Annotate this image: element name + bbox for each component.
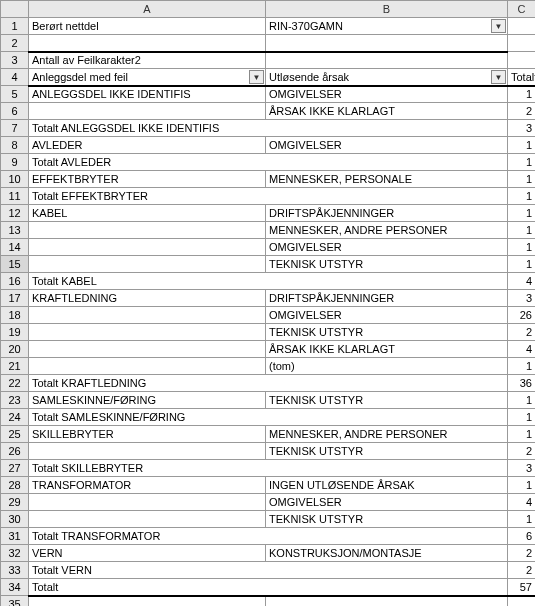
cell-A35[interactable] [29, 596, 266, 607]
cell-C28[interactable]: 1 [508, 477, 536, 494]
cell-C14[interactable]: 1 [508, 239, 536, 256]
cell-C31[interactable]: 6 [508, 528, 536, 545]
cell-A18[interactable] [29, 307, 266, 324]
cell-A19[interactable] [29, 324, 266, 341]
cell-A15[interactable] [29, 256, 266, 273]
cell-A23[interactable]: SAMLESKINNE/FØRING [29, 392, 266, 409]
cell-C10[interactable]: 1 [508, 171, 536, 188]
cell-B3[interactable] [266, 52, 508, 69]
cell-B19[interactable]: TEKNISK UTSTYR [266, 324, 508, 341]
cell-B30[interactable]: TEKNISK UTSTYR [266, 511, 508, 528]
cell-B6[interactable]: ÅRSAK IKKE KLARLAGT [266, 103, 508, 120]
cell-A17[interactable]: KRAFTLEDNING [29, 290, 266, 307]
cell-A24[interactable]: Totalt SAMLESKINNE/FØRING [29, 409, 508, 426]
row-header-19[interactable]: 19 [1, 324, 29, 341]
row-header-23[interactable]: 23 [1, 392, 29, 409]
cell-C29[interactable]: 4 [508, 494, 536, 511]
cell-C1[interactable] [508, 18, 536, 35]
row-header-16[interactable]: 16 [1, 273, 29, 290]
row-header-15[interactable]: 15 [1, 256, 29, 273]
row-header-20[interactable]: 20 [1, 341, 29, 358]
row-header-29[interactable]: 29 [1, 494, 29, 511]
cell-A21[interactable] [29, 358, 266, 375]
cell-A31[interactable]: Totalt TRANSFORMATOR [29, 528, 508, 545]
cell-C16[interactable]: 4 [508, 273, 536, 290]
cell-A27[interactable]: Totalt SKILLEBRYTER [29, 460, 508, 477]
cell-A33[interactable]: Totalt VERN [29, 562, 508, 579]
row-header-9[interactable]: 9 [1, 154, 29, 171]
cell-A26[interactable] [29, 443, 266, 460]
cell-C18[interactable]: 26 [508, 307, 536, 324]
cell-B4[interactable]: Utløsende årsak ▼ [266, 69, 508, 86]
cell-B10[interactable]: MENNESKER, PERSONALE [266, 171, 508, 188]
row-header-26[interactable]: 26 [1, 443, 29, 460]
cell-C32[interactable]: 2 [508, 545, 536, 562]
cell-B20[interactable]: ÅRSAK IKKE KLARLAGT [266, 341, 508, 358]
cell-C17[interactable]: 3 [508, 290, 536, 307]
cell-A34[interactable]: Totalt [29, 579, 508, 596]
cell-C7[interactable]: 3 [508, 120, 536, 137]
cell-A3[interactable]: Antall av Feilkarakter2 [29, 52, 266, 69]
cell-A4[interactable]: Anleggsdel med feil ▼ [29, 69, 266, 86]
row-header-10[interactable]: 10 [1, 171, 29, 188]
cell-B26[interactable]: TEKNISK UTSTYR [266, 443, 508, 460]
cell-A11[interactable]: Totalt EFFEKTBRYTER [29, 188, 508, 205]
cell-B35[interactable] [266, 596, 508, 607]
cell-A22[interactable]: Totalt KRAFTLEDNING [29, 375, 508, 392]
dropdown-icon[interactable]: ▼ [491, 70, 506, 84]
cell-A1[interactable]: Berørt nettdel [29, 18, 266, 35]
row-header-12[interactable]: 12 [1, 205, 29, 222]
col-header-C[interactable]: C [508, 1, 536, 18]
row-header-13[interactable]: 13 [1, 222, 29, 239]
cell-A32[interactable]: VERN [29, 545, 266, 562]
cell-A28[interactable]: TRANSFORMATOR [29, 477, 266, 494]
cell-C20[interactable]: 4 [508, 341, 536, 358]
row-header-5[interactable]: 5 [1, 86, 29, 103]
row-header-6[interactable]: 6 [1, 103, 29, 120]
cell-B13[interactable]: MENNESKER, ANDRE PERSONER [266, 222, 508, 239]
cell-C13[interactable]: 1 [508, 222, 536, 239]
cell-C4[interactable]: Totalt [508, 69, 536, 86]
cell-A2[interactable] [29, 35, 266, 52]
row-header-14[interactable]: 14 [1, 239, 29, 256]
row-header-3[interactable]: 3 [1, 52, 29, 69]
row-header-24[interactable]: 24 [1, 409, 29, 426]
row-header-1[interactable]: 1 [1, 18, 29, 35]
cell-C26[interactable]: 2 [508, 443, 536, 460]
cell-C25[interactable]: 1 [508, 426, 536, 443]
cell-B18[interactable]: OMGIVELSER [266, 307, 508, 324]
cell-C8[interactable]: 1 [508, 137, 536, 154]
cell-B14[interactable]: OMGIVELSER [266, 239, 508, 256]
cell-C11[interactable]: 1 [508, 188, 536, 205]
cell-A8[interactable]: AVLEDER [29, 137, 266, 154]
cell-B5[interactable]: OMGIVELSER [266, 86, 508, 103]
cell-A9[interactable]: Totalt AVLEDER [29, 154, 508, 171]
spreadsheet-grid[interactable]: A B C 1 Berørt nettdel RIN-370GAMN ▼ 2 3… [0, 0, 535, 606]
cell-B12[interactable]: DRIFTSPÅKJENNINGER [266, 205, 508, 222]
cell-C35[interactable] [508, 596, 536, 607]
cell-B29[interactable]: OMGIVELSER [266, 494, 508, 511]
cell-C23[interactable]: 1 [508, 392, 536, 409]
cell-B17[interactable]: DRIFTSPÅKJENNINGER [266, 290, 508, 307]
cell-C22[interactable]: 36 [508, 375, 536, 392]
cell-B8[interactable]: OMGIVELSER [266, 137, 508, 154]
cell-C2[interactable] [508, 35, 536, 52]
cell-A6[interactable] [29, 103, 266, 120]
cell-A12[interactable]: KABEL [29, 205, 266, 222]
row-header-35[interactable]: 35 [1, 596, 29, 607]
dropdown-icon[interactable]: ▼ [491, 19, 506, 33]
row-header-17[interactable]: 17 [1, 290, 29, 307]
cell-A20[interactable] [29, 341, 266, 358]
cell-B1[interactable]: RIN-370GAMN ▼ [266, 18, 508, 35]
cell-C5[interactable]: 1 [508, 86, 536, 103]
cell-A29[interactable] [29, 494, 266, 511]
cell-A25[interactable]: SKILLEBRYTER [29, 426, 266, 443]
cell-B28[interactable]: INGEN UTLØSENDE ÅRSAK [266, 477, 508, 494]
select-all-corner[interactable] [1, 1, 29, 18]
cell-C6[interactable]: 2 [508, 103, 536, 120]
row-header-33[interactable]: 33 [1, 562, 29, 579]
col-header-A[interactable]: A [29, 1, 266, 18]
cell-C3[interactable] [508, 52, 536, 69]
cell-A30[interactable] [29, 511, 266, 528]
cell-B23[interactable]: TEKNISK UTSTYR [266, 392, 508, 409]
